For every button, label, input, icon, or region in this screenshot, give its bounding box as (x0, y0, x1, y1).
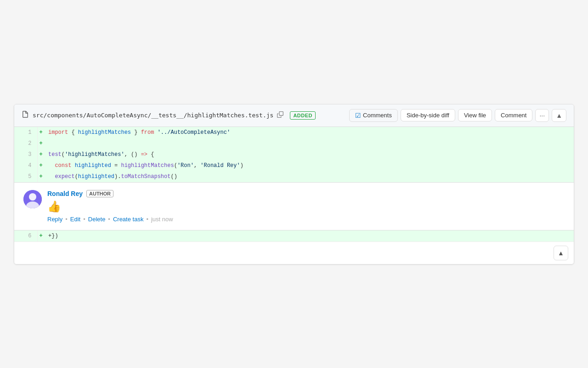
side-by-side-button[interactable]: Side-by-side diff (401, 109, 455, 121)
copy-icon[interactable] (277, 111, 283, 119)
line-prefix-2: + (37, 138, 45, 149)
comments-label: Comments (363, 112, 392, 119)
delete-link[interactable]: Delete (88, 216, 106, 223)
comment-content: Ronald Rey AUTHOR 👍 Reply • Edit • Delet… (47, 190, 565, 223)
diff-header-right: ☑ Comments Side-by-side diff View file C… (349, 109, 566, 122)
comment-section: Ronald Rey AUTHOR 👍 Reply • Edit • Delet… (14, 182, 574, 230)
line-number-6: 6 (14, 230, 37, 242)
line-prefix-4: + (37, 160, 45, 171)
more-options-button[interactable]: ··· (535, 109, 549, 122)
comment-author: Ronald Rey (47, 190, 83, 197)
line-code-6: +}) (45, 230, 574, 242)
scroll-up-container: ▲ (14, 242, 574, 264)
comment-emoji: 👍 (47, 200, 565, 213)
author-badge: AUTHOR (86, 190, 113, 197)
diff-line-2: 2 + (14, 138, 574, 149)
scroll-up-button[interactable]: ▲ (554, 246, 568, 260)
code-diff-table: 1 + import { highlightMatches } from '..… (14, 127, 574, 182)
line-code-1: import { highlightMatches } from '../Aut… (45, 127, 574, 138)
comment-actions: Reply • Edit • Delete • Create task • ju… (47, 216, 565, 223)
view-file-button[interactable]: View file (458, 109, 492, 121)
svg-point-1 (29, 193, 36, 201)
create-task-link[interactable]: Create task (113, 216, 143, 223)
line-prefix-5: + (37, 171, 45, 182)
line-number-3: 3 (14, 149, 37, 160)
scroll-up-icon: ▲ (558, 249, 564, 257)
added-badge: ADDED (290, 111, 316, 120)
more-icon: ··· (539, 112, 545, 119)
added-badge-row: ADDED (290, 111, 316, 120)
line-number-2: 2 (14, 138, 37, 149)
edit-link[interactable]: Edit (70, 216, 80, 223)
line-number-1: 1 (14, 127, 37, 138)
line-prefix-3: + (37, 149, 45, 160)
avatar (23, 190, 42, 208)
diff-header: src/components/AutoCompleteAsync/__tests… (14, 104, 574, 127)
line-code-4: const highlighted = highlightMatches('Ro… (45, 160, 574, 171)
file-path: src/components/AutoCompleteAsync/__tests… (33, 112, 273, 119)
comment-meta: Ronald Rey AUTHOR (47, 190, 565, 197)
line-code-3: test('highlightMatches', () => { (45, 149, 574, 160)
collapse-button[interactable]: ▲ (552, 109, 566, 122)
reply-link[interactable]: Reply (47, 216, 62, 223)
file-icon (22, 111, 29, 120)
diff-container: src/components/AutoCompleteAsync/__tests… (14, 104, 574, 264)
file-info-row: src/components/AutoCompleteAsync/__tests… (22, 111, 283, 120)
diff-line-1: 1 + import { highlightMatches } from '..… (14, 127, 574, 138)
comments-button[interactable]: ☑ Comments (349, 109, 398, 122)
collapse-icon: ▲ (556, 112, 562, 119)
line-code-5: expect(highlighted).toMatchSnapshot() (45, 171, 574, 182)
checkbox-icon: ☑ (355, 112, 361, 119)
diff-line-6: 6 + +}) (14, 230, 574, 242)
separator-4: • (146, 216, 148, 223)
line-code-2 (45, 138, 574, 149)
comment-body: Ronald Rey AUTHOR 👍 Reply • Edit • Delet… (23, 190, 565, 223)
comment-timestamp: just now (151, 216, 173, 223)
line-prefix-6: + (37, 230, 45, 242)
separator-2: • (83, 216, 85, 223)
comment-button[interactable]: Comment (495, 109, 532, 121)
diff-header-left: src/components/AutoCompleteAsync/__tests… (22, 111, 316, 120)
diff-line-5: 5 + expect(highlighted).toMatchSnapshot(… (14, 171, 574, 182)
line-number-5: 5 (14, 171, 37, 182)
comment-label: Comment (501, 112, 526, 119)
line-number-4: 4 (14, 160, 37, 171)
diff-line-3: 3 + test('highlightMatches', () => { (14, 149, 574, 160)
diff-line-4: 4 + const highlighted = highlightMatches… (14, 160, 574, 171)
separator-3: • (108, 216, 110, 223)
bottom-code-table: 6 + +}) (14, 230, 574, 242)
separator-1: • (65, 216, 68, 223)
side-by-side-label: Side-by-side diff (407, 112, 449, 119)
view-file-label: View file (464, 112, 486, 119)
line-prefix-1: + (37, 127, 45, 138)
